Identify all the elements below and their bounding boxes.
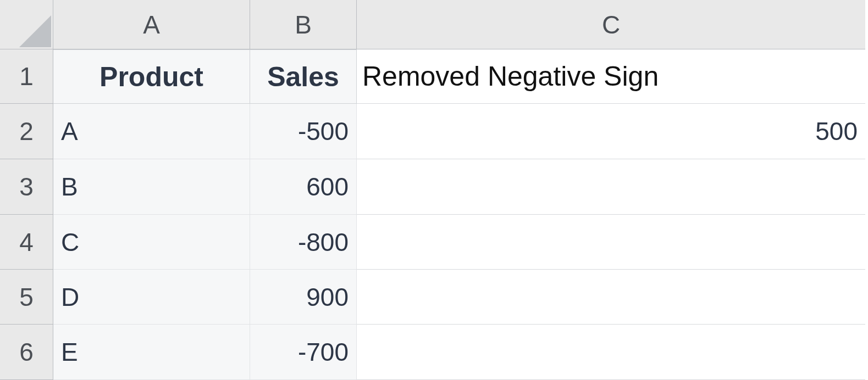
cell-A4[interactable]: C [53, 215, 250, 270]
column-header-C[interactable]: C [357, 0, 865, 49]
cell-B1[interactable]: Sales [250, 49, 357, 104]
cell-C6[interactable] [357, 325, 865, 380]
row-header-2[interactable]: 2 [0, 104, 53, 159]
cell-C2[interactable]: 500 [357, 104, 865, 159]
cell-A6[interactable]: E [53, 325, 250, 380]
cell-B6[interactable]: -700 [250, 325, 357, 380]
cell-B4[interactable]: -800 [250, 215, 357, 270]
row-header-3[interactable]: 3 [0, 159, 53, 215]
cell-C1[interactable]: Removed Negative Sign [357, 49, 865, 104]
cell-A3[interactable]: B [53, 159, 250, 215]
cell-A2[interactable]: A [53, 104, 250, 159]
row-header-1[interactable]: 1 [0, 49, 53, 104]
svg-marker-0 [19, 15, 51, 47]
row-header-5[interactable]: 5 [0, 270, 53, 325]
cell-A1[interactable]: Product [53, 49, 250, 104]
column-header-A[interactable]: A [53, 0, 250, 49]
cell-C4[interactable] [357, 215, 865, 270]
row-header-4[interactable]: 4 [0, 215, 53, 270]
cell-A5[interactable]: D [53, 270, 250, 325]
cell-C5[interactable] [357, 270, 865, 325]
column-header-B[interactable]: B [250, 0, 357, 49]
select-all-corner[interactable] [0, 0, 53, 49]
spreadsheet-grid[interactable]: A B C 1 Product Sales Removed Negative S… [0, 0, 868, 380]
cell-B5[interactable]: 900 [250, 270, 357, 325]
select-all-triangle-icon [19, 15, 51, 47]
cell-B3[interactable]: 600 [250, 159, 357, 215]
cell-C3[interactable] [357, 159, 865, 215]
cell-B2[interactable]: -500 [250, 104, 357, 159]
row-header-6[interactable]: 6 [0, 325, 53, 380]
